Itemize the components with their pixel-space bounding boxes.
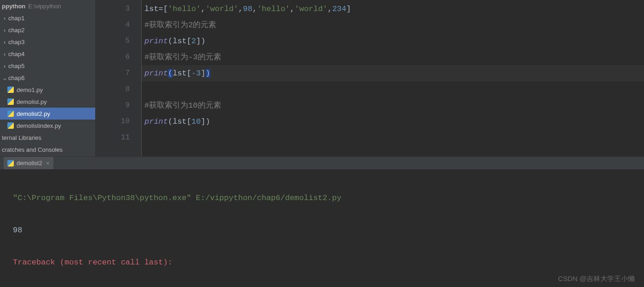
file-demolistindex[interactable]: demolistindex.py bbox=[0, 120, 95, 132]
run-tab-bar: demolist2 × bbox=[0, 156, 644, 169]
project-path: E:\vippython bbox=[28, 3, 61, 10]
project-name: ppython bbox=[2, 3, 25, 10]
code-line-5[interactable]: print(lst[2]) bbox=[142, 33, 644, 49]
file-demo1[interactable]: demo1.py bbox=[0, 84, 95, 96]
code-line-10[interactable]: print(lst[10]) bbox=[142, 114, 644, 130]
python-file-icon bbox=[7, 86, 14, 93]
project-root[interactable]: ppython E:\vippython bbox=[0, 0, 95, 12]
code-editor[interactable]: lst=['hello','world',98,'hello','world',… bbox=[142, 0, 644, 156]
python-file-icon bbox=[7, 98, 14, 105]
file-demolist2[interactable]: demolist2.py bbox=[0, 108, 95, 120]
scratches-consoles[interactable]: cratches and Consoles bbox=[0, 144, 95, 155]
code-line-9[interactable]: #获取索引为10的元素 bbox=[142, 98, 644, 114]
code-line-6[interactable]: #获取索引为-3的元素 bbox=[142, 49, 644, 65]
code-line-7[interactable]: print(lst[-3]) bbox=[142, 65, 644, 81]
code-line-11[interactable] bbox=[142, 130, 644, 146]
python-file-icon bbox=[7, 122, 14, 129]
code-line-3[interactable]: lst=['hello','world',98,'hello','world',… bbox=[142, 1, 644, 17]
folder-chap5[interactable]: ›chap5 bbox=[0, 60, 95, 72]
console-out1: 98 bbox=[13, 222, 631, 238]
folder-chap6[interactable]: ⌄chap6 bbox=[0, 72, 95, 84]
line-gutter: 3 4 5 6 7 8 9 10 11 bbox=[96, 0, 142, 156]
run-tab-demolist2[interactable]: demolist2 × bbox=[4, 157, 53, 169]
project-sidebar: ppython E:\vippython ›chap1 ›chap2 ›chap… bbox=[0, 0, 96, 156]
file-demolist[interactable]: demolist.py bbox=[0, 96, 95, 108]
folder-chap4[interactable]: ›chap4 bbox=[0, 48, 95, 60]
code-line-4[interactable]: #获取索引为2的元素 bbox=[142, 17, 644, 33]
folder-chap3[interactable]: ›chap3 bbox=[0, 36, 95, 48]
folder-chap2[interactable]: ›chap2 bbox=[0, 24, 95, 36]
console-traceback: Traceback (most recent call last): bbox=[13, 254, 631, 270]
close-icon[interactable]: × bbox=[46, 160, 50, 167]
watermark: CSDN @吉林大学王小懒 bbox=[558, 275, 635, 283]
python-file-icon bbox=[7, 160, 14, 166]
console-output[interactable]: "C:\Program Files\Python38\python.exe" E… bbox=[0, 169, 644, 287]
console-cmd: "C:\Program Files\Python38\python.exe" E… bbox=[13, 190, 631, 206]
python-file-icon bbox=[7, 110, 14, 117]
code-line-8[interactable] bbox=[142, 81, 644, 98]
run-tab-label: demolist2 bbox=[17, 160, 42, 166]
folder-chap1[interactable]: ›chap1 bbox=[0, 12, 95, 24]
external-libraries[interactable]: ternal Libraries bbox=[0, 132, 95, 144]
